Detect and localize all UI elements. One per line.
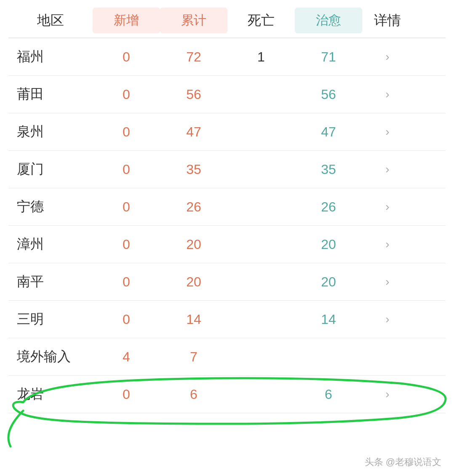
table-row[interactable]: 厦门03535›: [8, 151, 446, 188]
table-row[interactable]: 境外输入47: [8, 338, 446, 376]
data-cell: 26: [160, 199, 227, 215]
data-cell: 0: [93, 49, 160, 65]
data-cell: 56: [295, 87, 362, 102]
detail-arrow[interactable]: ›: [362, 388, 413, 401]
data-cell: 7: [160, 349, 227, 365]
data-cell: 47: [160, 124, 227, 140]
circle-tail: [8, 411, 23, 447]
region-name: 南平: [8, 273, 93, 291]
detail-arrow[interactable]: ›: [362, 50, 413, 64]
detail-arrow[interactable]: ›: [362, 275, 413, 289]
data-cell: 0: [93, 162, 160, 177]
data-cell: 20: [295, 237, 362, 252]
detail-arrow[interactable]: ›: [362, 313, 413, 326]
table-header: 地区 新增 累计 死亡 治愈 详情: [8, 0, 446, 38]
region-name: 莆田: [8, 85, 93, 104]
header-leiji: 累计: [160, 8, 227, 33]
data-cell: 0: [93, 387, 160, 402]
table-row[interactable]: 三明01414›: [8, 301, 446, 338]
data-cell: 0: [93, 87, 160, 102]
data-cell: 47: [295, 124, 362, 140]
detail-arrow[interactable]: ›: [362, 163, 413, 176]
region-name: 泉州: [8, 123, 93, 141]
region-name: 宁德: [8, 198, 93, 216]
region-name: 福州: [8, 48, 93, 66]
data-cell: 35: [295, 162, 362, 177]
data-cell: 0: [93, 312, 160, 327]
data-cell: 20: [160, 237, 227, 252]
data-cell: 26: [295, 199, 362, 215]
table-row[interactable]: 泉州04747›: [8, 113, 446, 151]
data-cell: 1: [227, 49, 295, 65]
data-cell: 20: [295, 274, 362, 290]
table-row[interactable]: 龙岩066›: [8, 376, 446, 413]
data-cell: 20: [160, 274, 227, 290]
data-cell: 14: [160, 312, 227, 327]
data-cell: 6: [160, 387, 227, 402]
header-xiangqing: 详情: [362, 11, 413, 30]
region-name: 厦门: [8, 160, 93, 179]
detail-arrow[interactable]: ›: [362, 238, 413, 251]
data-cell: 4: [93, 349, 160, 365]
header-zhiyu: 治愈: [295, 8, 362, 33]
region-name: 境外输入: [8, 348, 93, 366]
data-cell: 6: [295, 387, 362, 402]
table-row[interactable]: 宁德02626›: [8, 188, 446, 226]
data-table: 地区 新增 累计 死亡 治愈 详情 福州072171›莆田05656›泉州047…: [0, 0, 454, 413]
region-name: 三明: [8, 310, 93, 329]
table-row[interactable]: 福州072171›: [8, 38, 446, 76]
table-row[interactable]: 南平02020›: [8, 263, 446, 301]
data-cell: 14: [295, 312, 362, 327]
data-cell: 56: [160, 87, 227, 102]
table-row[interactable]: 莆田05656›: [8, 76, 446, 113]
header-xinzeng: 新增: [93, 8, 160, 33]
data-cell: 0: [93, 237, 160, 252]
watermark: 头条 @老穆说语文: [365, 456, 441, 468]
header-region: 地区: [8, 11, 93, 30]
data-cell: 0: [93, 199, 160, 215]
data-cell: 0: [93, 274, 160, 290]
data-cell: 72: [160, 49, 227, 65]
region-name: 龙岩: [8, 385, 93, 404]
header-siwang: 死亡: [227, 11, 295, 30]
table-body: 福州072171›莆田05656›泉州04747›厦门03535›宁德02626…: [8, 38, 446, 413]
table-row[interactable]: 漳州02020›: [8, 226, 446, 263]
data-cell: 35: [160, 162, 227, 177]
region-name: 漳州: [8, 235, 93, 254]
data-cell: 71: [295, 49, 362, 65]
detail-arrow[interactable]: ›: [362, 88, 413, 101]
detail-arrow[interactable]: ›: [362, 200, 413, 214]
detail-arrow[interactable]: ›: [362, 125, 413, 139]
data-cell: 0: [93, 124, 160, 140]
